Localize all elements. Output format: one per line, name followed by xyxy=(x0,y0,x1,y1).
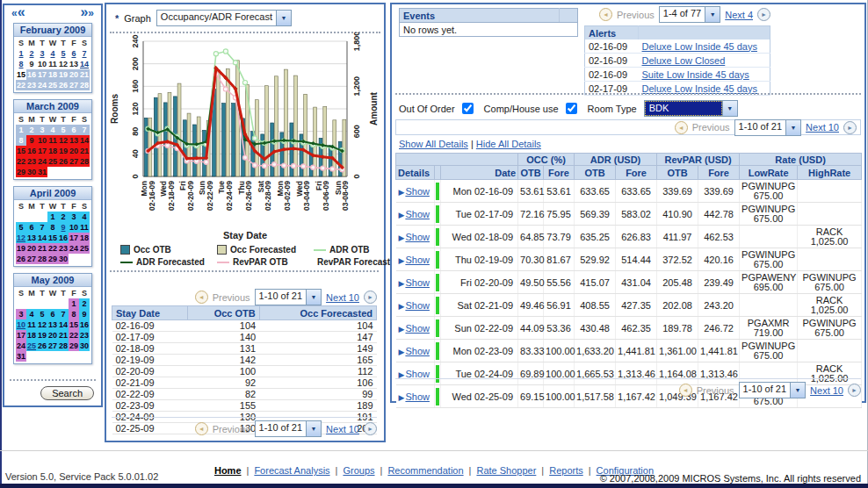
next-page-link[interactable]: Next 10 xyxy=(326,424,359,434)
calendar-day[interactable]: 5 xyxy=(58,125,69,135)
calendar-day[interactable]: 18 xyxy=(47,69,58,80)
calendar-day[interactable]: 7 xyxy=(37,222,47,233)
calendar-day[interactable]: 13 xyxy=(47,319,58,330)
alert-link[interactable]: Deluxe Low Inside 45 days xyxy=(642,41,757,52)
show-details-arrow-icon[interactable]: ▶ xyxy=(399,279,405,288)
column-header-stay-date[interactable]: Stay Date xyxy=(112,306,188,320)
dropdown-arrow-icon[interactable]: ▼ xyxy=(790,383,805,398)
subheader-adr-otb[interactable]: OTB xyxy=(575,166,616,180)
calendar-day[interactable]: 3 xyxy=(16,309,26,319)
footer-nav-groups[interactable]: Groups xyxy=(343,465,374,476)
calendar-day[interactable]: 4 xyxy=(47,48,58,59)
calendar-day[interactable]: 22 xyxy=(16,80,26,90)
calendar-day[interactable]: 4 xyxy=(79,212,90,222)
subheader-occ-fore[interactable]: Fore xyxy=(544,166,575,180)
subheader-lowrate[interactable]: LowRate xyxy=(740,166,798,180)
calendar-day[interactable]: 4 xyxy=(47,125,58,135)
calendar-day[interactable]: 12 xyxy=(37,319,47,330)
dropdown-arrow-icon[interactable]: ▼ xyxy=(705,7,720,22)
subheader-revpar-otb[interactable]: OTB xyxy=(657,166,698,180)
calendar-day[interactable]: 15 xyxy=(47,233,58,243)
dropdown-arrow-icon[interactable]: ▼ xyxy=(276,11,291,25)
show-details-link[interactable]: Show xyxy=(405,209,430,219)
calendar-day[interactable]: 28 xyxy=(37,254,47,264)
calendar-day[interactable]: 28 xyxy=(58,341,69,351)
show-details-arrow-icon[interactable]: ▶ xyxy=(399,211,405,219)
calendar-day[interactable]: 1 xyxy=(16,48,26,59)
calendar-day[interactable]: 11 xyxy=(26,319,37,330)
calendar-day[interactable]: 2 xyxy=(79,298,90,309)
calendar-day[interactable]: 10 xyxy=(37,135,47,146)
calendar-day[interactable]: 6 xyxy=(47,309,58,319)
calendar-day[interactable]: 6 xyxy=(26,222,37,233)
show-details-link[interactable]: Show xyxy=(405,346,430,356)
subheader-highrate[interactable]: HighRate xyxy=(798,166,862,180)
calendar-day[interactable]: 26 xyxy=(37,341,47,351)
calendar-day[interactable]: 15 xyxy=(16,146,26,156)
calendar-day[interactable]: 26 xyxy=(58,156,69,167)
calendar-day[interactable]: 20 xyxy=(26,243,37,254)
calendar-day[interactable]: 2 xyxy=(26,48,37,59)
calendar-day[interactable]: 13 xyxy=(69,135,79,146)
next-page-icon[interactable]: ► xyxy=(757,8,770,21)
calendar-day[interactable]: 26 xyxy=(58,80,69,90)
dropdown-arrow-icon[interactable]: ▼ xyxy=(306,421,321,436)
calendar-day[interactable]: 20 xyxy=(69,69,79,80)
page-range-select[interactable]: 1-10 of 21 ▼ xyxy=(734,119,802,136)
dropdown-arrow-icon[interactable]: ▼ xyxy=(306,290,321,305)
page-range-select[interactable]: 1-10 of 21 ▼ xyxy=(255,289,322,305)
calendar-day[interactable]: 20 xyxy=(69,146,79,156)
next-year-icon[interactable]: » xyxy=(88,7,94,19)
calendar-day[interactable]: 25 xyxy=(47,156,58,167)
alert-link[interactable]: Deluxe Low Inside 45 days xyxy=(642,83,757,94)
calendar-day[interactable]: 22 xyxy=(47,243,58,254)
calendar-day[interactable]: 5 xyxy=(37,309,47,319)
calendar-day[interactable]: 24 xyxy=(37,80,47,90)
calendar-day[interactable]: 10 xyxy=(37,59,47,69)
calendar-day[interactable]: 3 xyxy=(69,212,79,222)
calendar-day[interactable]: 16 xyxy=(79,319,90,330)
calendar-day[interactable]: 1 xyxy=(69,298,79,309)
page-range-select[interactable]: 1-10 of 21 ▼ xyxy=(255,420,322,437)
next-page-icon[interactable]: ► xyxy=(848,384,861,397)
subheader-occ-otb[interactable]: OTB xyxy=(518,166,544,180)
calendar-day[interactable]: 8 xyxy=(16,59,26,69)
show-details-link[interactable]: Show xyxy=(405,300,430,311)
calendar-day[interactable]: 18 xyxy=(26,330,37,341)
footer-nav-recommendation[interactable]: Recommendation xyxy=(387,465,463,476)
calendar-day[interactable]: 2 xyxy=(26,125,37,135)
calendar-day[interactable]: 31 xyxy=(37,167,47,177)
previous-page-icon[interactable]: ◄ xyxy=(599,8,612,21)
show-details-arrow-icon[interactable]: ▶ xyxy=(399,325,405,334)
show-details-arrow-icon[interactable]: ▶ xyxy=(399,370,405,379)
footer-nav-home[interactable]: Home xyxy=(214,465,242,476)
next-month-icon[interactable]: » xyxy=(80,4,88,19)
previous-page-icon[interactable]: ◄ xyxy=(675,121,688,134)
column-header-occ-otb[interactable]: Occ OTB xyxy=(188,306,260,320)
next-page-link[interactable]: Next 10 xyxy=(810,385,843,396)
calendar-day[interactable]: 25 xyxy=(47,80,58,90)
calendar-day[interactable]: 21 xyxy=(79,69,90,80)
alert-link[interactable]: Suite Low Inside 45 days xyxy=(642,69,749,80)
previous-page-icon[interactable]: ◄ xyxy=(195,291,208,304)
calendar-day[interactable]: 27 xyxy=(47,341,58,351)
calendar-day[interactable]: 5 xyxy=(16,222,26,233)
calendar-day[interactable]: 24 xyxy=(16,341,26,351)
page-range-select[interactable]: 1-10 of 21 ▼ xyxy=(739,382,807,398)
calendar-day[interactable]: 15 xyxy=(16,69,26,80)
search-button[interactable]: Search xyxy=(40,386,94,400)
calendar-day[interactable]: 11 xyxy=(47,135,58,146)
subheader-adr-fore[interactable]: Fore xyxy=(616,166,657,180)
show-details-link[interactable]: Show xyxy=(405,186,430,197)
show-details-link[interactable]: Show xyxy=(405,277,430,288)
calendar-day[interactable]: 7 xyxy=(79,125,90,135)
calendar-day[interactable]: 12 xyxy=(58,135,69,146)
calendar-day[interactable]: 21 xyxy=(58,330,69,341)
show-details-link[interactable]: Show xyxy=(405,232,430,242)
calendar-day[interactable]: 29 xyxy=(16,167,26,177)
calendar-day[interactable]: 1 xyxy=(47,212,58,222)
room-type-select[interactable]: BDK ▼ xyxy=(644,100,738,117)
calendar-day[interactable]: 27 xyxy=(69,156,79,167)
calendar-day[interactable]: 5 xyxy=(58,48,69,59)
calendar-day[interactable]: 14 xyxy=(79,135,90,146)
